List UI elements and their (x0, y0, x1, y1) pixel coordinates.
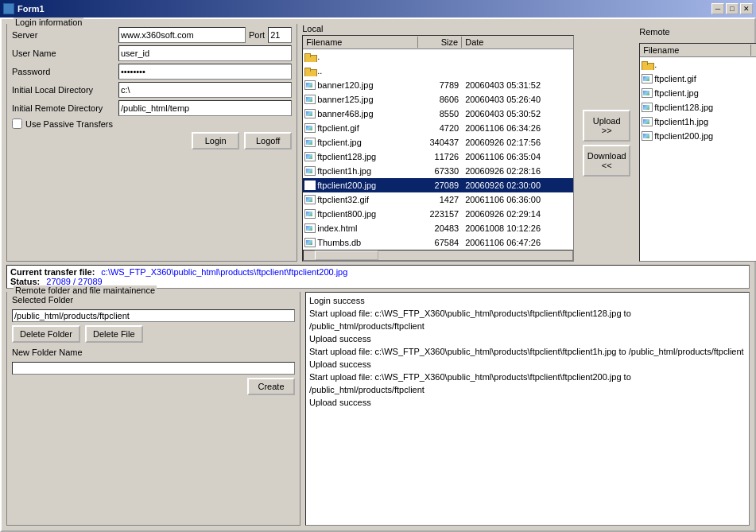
file-icon (304, 123, 316, 133)
local-file-size: 67584 (418, 237, 462, 248)
local-file-size: 8606 (418, 94, 462, 105)
remote-col-filename: Filename (640, 45, 751, 56)
remote-file-name: . (640, 59, 751, 70)
remote-file-row[interactable]: ftpclient1h.jpg67330 (640, 115, 756, 129)
password-input[interactable] (118, 64, 292, 80)
username-input[interactable] (118, 45, 292, 61)
local-file-row[interactable]: ftpclient200.jpg2708920060926 02:30:00 (303, 178, 573, 192)
close-button[interactable]: ✕ (740, 3, 753, 14)
local-file-row[interactable]: index.html2048320061008 10:12:26 (303, 221, 573, 235)
local-file-row[interactable]: ftpclient.jpg34043720060926 02:17:56 (303, 135, 573, 150)
initial-remote-input[interactable] (118, 100, 292, 116)
middle-row: Remote folder and file maintainence Sele… (6, 292, 750, 526)
login-button[interactable]: Login (192, 132, 239, 150)
local-file-row[interactable]: banner125.jpg860620060403 05:26:40 (303, 92, 573, 107)
file-icon (304, 181, 316, 190)
file-icon (304, 152, 316, 161)
local-file-date (462, 70, 573, 72)
local-file-name: banner120.jpg (303, 80, 418, 91)
remote-file-size: 27089 (751, 130, 756, 142)
local-file-row[interactable]: ftpclient800.jpg22315720060926 02:29:14 (303, 207, 573, 221)
passive-label: Use Passive Transfers (25, 119, 113, 129)
transfer-area: Upload >> Download << (579, 24, 634, 262)
username-row: User Name (12, 45, 292, 61)
local-file-row[interactable]: banner468.jpg855020060403 05:30:52 (303, 107, 573, 121)
app-icon (3, 3, 14, 14)
login-group-label: Login information (14, 17, 83, 27)
local-file-date: 20060926 02:28:16 (462, 165, 573, 177)
log-line: Start upload file: c:\WS_FTP_X360\public… (309, 307, 746, 332)
local-file-row[interactable]: . (303, 49, 573, 64)
upload-button[interactable]: Upload >> (583, 110, 630, 142)
local-file-name: .. (303, 65, 418, 76)
file-icon (642, 103, 653, 112)
maximize-button[interactable]: □ (726, 3, 739, 14)
file-icon (304, 223, 316, 233)
log-line: Upload success (309, 396, 746, 409)
server-input[interactable] (118, 27, 246, 43)
remote-file-size (751, 64, 756, 65)
local-file-size: 67330 (418, 165, 462, 177)
log-line: Login success (309, 294, 746, 307)
remote-file-list: Filename Size .ftpclient.gif4720ftpclien… (639, 43, 756, 262)
local-file-name: . (303, 51, 418, 62)
selected-folder-row: Selected Folder (12, 295, 295, 322)
local-file-name: ftpclient.jpg (303, 137, 418, 148)
local-file-name: ftpclient.gif (303, 122, 418, 134)
local-file-row[interactable]: ftpclient128.jpg1172620061106 06:35:04 (303, 150, 573, 164)
window-title: Form1 (17, 4, 45, 14)
initial-local-input[interactable] (118, 82, 292, 98)
remote-title: Remote (639, 27, 670, 37)
remote-file-row[interactable]: ftpclient.gif4720 (640, 72, 756, 86)
local-file-date: 20060926 02:30:00 (462, 180, 573, 191)
status-row1: Current transfer file: c:\WS_FTP_X360\pu… (10, 267, 746, 277)
remote-file-size: 11726 (751, 102, 756, 113)
username-label: User Name (12, 49, 115, 58)
local-scrollbar[interactable] (303, 250, 573, 261)
upload-label2: >> (602, 126, 612, 135)
logoff-button[interactable]: Logoff (244, 132, 292, 150)
local-file-size: 20483 (418, 223, 462, 234)
file-icon (304, 195, 316, 204)
local-file-size: 340437 (418, 137, 462, 148)
folder-icon (304, 67, 316, 76)
remote-file-row[interactable]: ftpclient.jpg340437 (640, 86, 756, 100)
local-file-name: ftpclient32.gif (303, 194, 418, 205)
new-folder-label: New Folder Name (12, 348, 83, 357)
minimize-button[interactable]: ─ (711, 3, 724, 14)
remote-file-row[interactable]: ftpclient200.jpg27089 (640, 129, 756, 143)
remote-file-row[interactable]: . (640, 57, 756, 72)
remote-file-header: Filename Size (640, 44, 756, 57)
title-bar: Form1 ─ □ ✕ (0, 0, 756, 17)
new-folder-input[interactable] (12, 362, 295, 375)
port-input[interactable] (268, 27, 292, 43)
remote-file-row[interactable]: ftpclient128.jpg11726 (640, 100, 756, 115)
download-button[interactable]: Download << (583, 145, 630, 177)
local-file-row[interactable]: .. (303, 64, 573, 78)
local-file-row[interactable]: ftpclient1h.jpg6733020060926 02:28:16 (303, 164, 573, 178)
local-file-size: 7789 (418, 80, 462, 91)
local-file-body[interactable]: ...banner120.jpg778920060403 05:31:52ban… (303, 49, 573, 250)
transfer-file-value: c:\WS_FTP_X360\public_html\products\ftpc… (101, 267, 347, 277)
remote-file-name: ftpclient.jpg (640, 87, 751, 99)
file-icon (642, 131, 653, 141)
folder-group: Remote folder and file maintainence Sele… (6, 292, 300, 526)
local-file-row[interactable]: Thumbs.db6758420061106 06:47:26 (303, 235, 573, 250)
local-file-date: 20061008 10:12:26 (462, 223, 573, 234)
local-file-size: 27089 (418, 180, 462, 191)
delete-file-button[interactable]: Delete File (85, 325, 143, 343)
local-file-row[interactable]: banner120.jpg778920060403 05:31:52 (303, 78, 573, 92)
remote-file-body[interactable]: .ftpclient.gif4720ftpclient.jpg340437ftp… (640, 57, 756, 261)
remote-file-name: ftpclient128.jpg (640, 102, 751, 113)
local-file-name: index.html (303, 223, 418, 234)
local-file-row[interactable]: ftpclient32.gif142720061106 06:36:00 (303, 192, 573, 207)
passive-checkbox[interactable] (12, 118, 22, 129)
selected-folder-label: Selected Folder (12, 295, 73, 305)
create-button[interactable]: Create (247, 378, 295, 395)
delete-folder-button[interactable]: Delete Folder (12, 325, 80, 343)
local-file-list: Filename Size Date ...banner120.jpg77892… (302, 35, 574, 262)
local-scrollbar-thumb[interactable] (315, 250, 378, 260)
local-file-row[interactable]: ftpclient.gif472020061106 06:34:26 (303, 121, 573, 135)
local-file-size (418, 56, 462, 57)
selected-folder-input[interactable] (12, 309, 295, 322)
